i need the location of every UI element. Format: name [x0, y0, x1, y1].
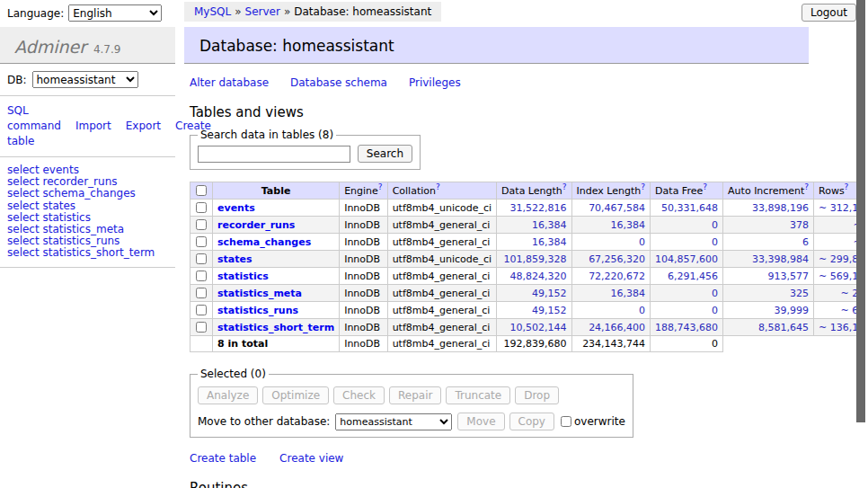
data-free-cell: 0	[651, 217, 723, 234]
db-action-link[interactable]: Privileges	[409, 76, 461, 89]
sidebar-menu-link[interactable]: Export	[126, 120, 161, 132]
help-link[interactable]: ?	[641, 182, 645, 191]
breadcrumb-link-mysql[interactable]: MySQL	[194, 5, 231, 18]
row-checkbox[interactable]	[196, 305, 207, 315]
table-name-link[interactable]: schema_changes	[217, 236, 311, 248]
engine-cell: InnoDB	[340, 268, 387, 285]
auto-increment-cell: 325	[723, 285, 814, 302]
row-checkbox[interactable]	[196, 322, 207, 333]
breadcrumb-link-server[interactable]: Server	[245, 5, 280, 18]
index-length-cell: 72,220,672	[571, 268, 651, 285]
main-content: Database: homeassistant Alter databaseDa…	[184, 27, 809, 488]
collation-cell: utf8mb4_general_ci	[387, 234, 496, 251]
copy-button[interactable]: Copy	[509, 413, 554, 430]
row-checkbox[interactable]	[196, 288, 207, 298]
auto-increment-cell: 33,398,984	[723, 251, 814, 268]
sidebar-menu-link[interactable]: Import	[75, 120, 111, 132]
auto-increment-cell: 39,999	[723, 302, 814, 319]
footer-total: 8 in total	[213, 336, 340, 352]
db-action-link[interactable]: Database schema	[290, 76, 387, 89]
optimize-button[interactable]: Optimize	[262, 386, 329, 404]
create-link[interactable]: Create view	[279, 452, 343, 465]
help-link[interactable]: ?	[436, 182, 440, 191]
repair-button[interactable]: Repair	[389, 386, 441, 404]
table-name-link[interactable]: events	[217, 202, 255, 214]
auto-increment-cell: 8,581,645	[723, 319, 814, 336]
sidebar-select-link[interactable]: select schema_changes	[7, 188, 168, 200]
move-button[interactable]: Move	[457, 413, 504, 430]
footer-empty-cell	[190, 336, 213, 352]
vertical-scrollbar[interactable]	[856, 0, 868, 488]
move-buttons: MoveCopy	[457, 413, 554, 430]
db-select[interactable]: homeassistant	[32, 71, 138, 88]
row-checkbox[interactable]	[196, 202, 207, 213]
breadcrumb-current: Database: homeassistant	[294, 5, 431, 18]
help-link[interactable]: ?	[804, 182, 809, 191]
row-checkbox[interactable]	[196, 253, 207, 264]
index-length-cell: 16,384	[571, 285, 651, 302]
truncate-button[interactable]: Truncate	[446, 386, 510, 404]
sidebar-table-links: select eventsselect recorder_runsselect …	[0, 157, 175, 268]
row-checkbox[interactable]	[196, 236, 207, 247]
table-name-link[interactable]: statistics_runs	[217, 305, 298, 316]
search-button[interactable]: Search	[358, 145, 412, 163]
data-length-cell: 16,384	[497, 217, 571, 234]
table-footer-row: 8 in total InnoDB utf8mb4_general_ci 192…	[190, 336, 868, 352]
help-link[interactable]: ?	[703, 182, 707, 191]
selected-buttons: AnalyzeOptimizeCheckRepairTruncateDrop	[198, 386, 625, 404]
row-checkbox[interactable]	[196, 271, 207, 281]
create-links: Create tableCreate view	[190, 452, 809, 465]
table-head-row: TableEngine?Collation?Data Length?Index …	[190, 182, 868, 200]
move-row: Move to other database: homeassistant Mo…	[198, 413, 625, 430]
table-row: statistics_runsInnoDButf8mb4_general_ci4…	[190, 302, 868, 319]
language-select[interactable]: English	[68, 4, 162, 22]
language-selector-area: Language: English	[7, 4, 162, 22]
data-length-cell: 49,152	[497, 302, 571, 319]
create-link[interactable]: Create table	[190, 452, 256, 465]
select-all-checkbox[interactable]	[196, 185, 207, 196]
help-link[interactable]: ?	[562, 182, 567, 191]
index-length-cell: 70,467,584	[571, 200, 651, 217]
column-header-data-length: Data Length?	[497, 182, 571, 200]
table-name-link[interactable]: statistics_short_term	[217, 322, 334, 333]
table-row: statisticsInnoDButf8mb4_general_ci48,824…	[190, 268, 868, 285]
table-row: statesInnoDButf8mb4_unicode_ci101,859,32…	[190, 251, 868, 268]
overwrite-checkbox[interactable]	[561, 416, 571, 427]
analyze-button[interactable]: Analyze	[198, 386, 258, 404]
app-version: 4.7.9	[93, 43, 121, 56]
collation-cell: utf8mb4_general_ci	[387, 285, 496, 302]
selected-legend: Selected (0)	[198, 368, 269, 380]
table-name-link[interactable]: recorder_runs	[217, 219, 295, 231]
collation-cell: utf8mb4_general_ci	[387, 319, 496, 336]
db-action-link[interactable]: Alter database	[190, 76, 269, 89]
search-input[interactable]	[198, 146, 350, 163]
scrollbar-thumb[interactable]	[856, 0, 865, 422]
table-name-link[interactable]: statistics_meta	[217, 288, 302, 299]
check-button[interactable]: Check	[333, 386, 385, 404]
logout-button[interactable]: Logout	[802, 4, 856, 22]
table-row: statistics_short_termInnoDButf8mb4_gener…	[190, 319, 868, 336]
column-header-collation: Collation?	[387, 182, 496, 200]
data-free-cell: 0	[651, 234, 723, 251]
data-length-cell: 10,502,144	[497, 319, 571, 336]
help-link[interactable]: ?	[378, 182, 383, 191]
auto-increment-cell: 6	[723, 234, 814, 251]
overwrite-option: overwrite	[560, 415, 625, 428]
move-database-select[interactable]: homeassistant	[335, 413, 452, 430]
sidebar-menu-link[interactable]: SQL command	[7, 104, 61, 132]
table-name-link[interactable]: statistics	[217, 271, 269, 282]
row-checkbox[interactable]	[196, 219, 207, 230]
drop-button[interactable]: Drop	[515, 386, 559, 404]
selected-fieldset: Selected (0) AnalyzeOptimizeCheckRepairT…	[190, 368, 633, 438]
engine-cell: InnoDB	[340, 302, 387, 319]
data-length-cell: 31,522,816	[497, 200, 571, 217]
auto-increment-cell: 33,898,196	[723, 200, 814, 217]
sidebar-select-link[interactable]: select statistics_short_term	[7, 247, 168, 259]
data-length-cell: 16,384	[497, 234, 571, 251]
table-name-link[interactable]: states	[217, 253, 252, 265]
db-links: Alter databaseDatabase schemaPrivileges	[190, 76, 809, 89]
sidebar-select-link[interactable]: select states	[7, 200, 168, 212]
page-title: Database: homeassistant	[184, 27, 809, 64]
language-label: Language:	[7, 7, 64, 20]
help-link[interactable]: ?	[845, 182, 849, 191]
